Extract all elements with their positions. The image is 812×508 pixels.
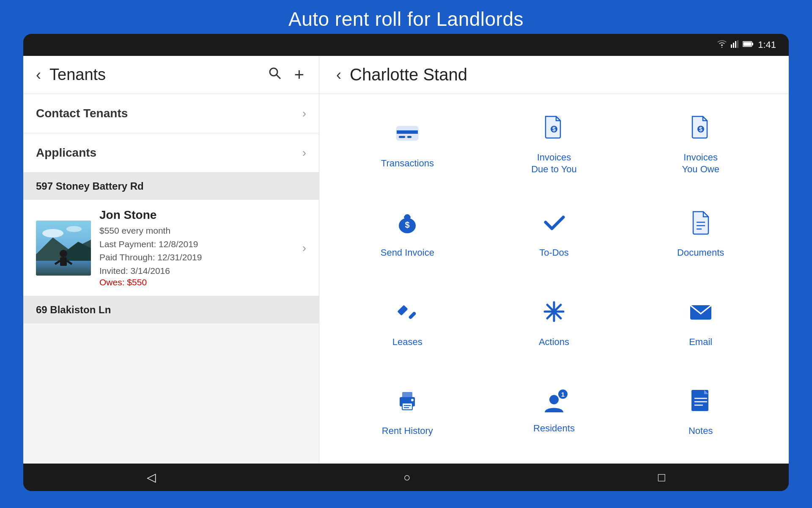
svg-rect-1 [733, 43, 734, 48]
svg-point-15 [60, 250, 67, 257]
svg-rect-35 [408, 311, 417, 320]
svg-rect-42 [402, 392, 412, 398]
tenant-paid-through-1: Paid Through: 12/31/2019 [99, 251, 294, 264]
battery-icon [743, 41, 754, 50]
wifi-icon [717, 40, 727, 50]
svg-text:$: $ [699, 126, 702, 133]
grid-item-residents[interactable]: 1 Residents [483, 370, 625, 455]
todos-label: To-Dos [539, 247, 569, 259]
top-bar: Auto rent roll for Landlords [0, 0, 812, 38]
svg-point-47 [549, 395, 559, 404]
svg-rect-0 [731, 44, 732, 48]
tenant-row-1[interactable]: Jon Stone $550 every month Last Payment:… [23, 200, 319, 296]
home-nav-button[interactable]: ○ [391, 467, 423, 489]
contact-tenants-item[interactable]: Contact Tenants › [23, 94, 319, 133]
svg-rect-5 [752, 43, 753, 45]
transactions-label: Transactions [381, 157, 434, 170]
svg-rect-16 [60, 257, 67, 266]
grid-item-email[interactable]: Email [629, 281, 772, 366]
right-panel-title: Charlotte Stand [350, 65, 467, 84]
address-row-1: 597 Stoney Battery Rd [23, 173, 319, 200]
svg-point-10 [42, 229, 63, 237]
documents-label: Documents [677, 247, 724, 259]
left-panel: ‹ Tenants + Contact Tenants › Applicants… [23, 56, 319, 464]
tenant-last-payment-1: Last Payment: 12/8/2019 [99, 237, 294, 251]
back-button[interactable]: ‹ [36, 66, 41, 84]
grid-item-rent-history[interactable]: Rent History [336, 370, 479, 455]
right-panel: ‹ Charlotte Stand Transactions [319, 56, 789, 464]
add-button[interactable]: + [292, 63, 306, 86]
svg-rect-6 [743, 42, 752, 46]
email-icon [688, 299, 713, 331]
left-panel-title: Tenants [49, 66, 258, 84]
time-display: 1:41 [758, 39, 776, 50]
rent-history-label: Rent History [382, 425, 433, 437]
device-frame: 1:41 ‹ Tenants + Contact Tenants › [23, 34, 789, 491]
transactions-icon [395, 120, 420, 152]
svg-rect-34 [398, 305, 408, 315]
documents-icon [688, 210, 713, 242]
leases-label: Leases [392, 336, 422, 348]
leases-icon [395, 299, 420, 331]
residents-badge: 1 [557, 389, 568, 400]
tenant-avatar-1 [36, 221, 91, 276]
svg-rect-2 [735, 41, 736, 48]
invoices-owe-icon: $ [688, 114, 713, 146]
email-label: Email [689, 336, 712, 348]
send-invoice-label: Send Invoice [381, 247, 434, 259]
tenant-rent-1: $550 every month [99, 224, 294, 237]
grid-item-actions[interactable]: Actions [483, 281, 625, 366]
svg-point-29 [404, 215, 411, 219]
invoices-due-icon: $ [541, 114, 567, 146]
app-area: ‹ Tenants + Contact Tenants › Applicants… [23, 56, 789, 464]
contact-tenants-label: Contact Tenants [36, 107, 128, 120]
app-title: Auto rent roll for Landlords [288, 8, 524, 30]
svg-rect-3 [737, 40, 738, 48]
grid-item-leases[interactable]: Leases [336, 281, 479, 366]
send-invoice-icon: $ [395, 210, 420, 242]
signal-icon [731, 40, 738, 50]
tenant-invited-1: Invited: 3/14/2016 [99, 264, 294, 278]
invoices-owe-label: InvoicesYou Owe [682, 152, 719, 176]
bottom-nav: ◁ ○ □ [23, 464, 789, 491]
residents-label: Residents [533, 422, 575, 435]
svg-point-7 [270, 68, 277, 76]
grid-item-documents[interactable]: Documents [629, 192, 772, 277]
grid-item-send-invoice[interactable]: $ Send Invoice [336, 192, 479, 277]
svg-text:$: $ [552, 126, 556, 133]
svg-rect-21 [399, 136, 405, 138]
svg-rect-22 [407, 136, 411, 138]
applicants-arrow: › [302, 146, 306, 160]
tenant-chevron-1: › [302, 241, 306, 255]
grid-item-invoices-due[interactable]: $ InvoicesDue to You [483, 102, 625, 188]
todos-icon [541, 210, 567, 242]
applicants-item[interactable]: Applicants › [23, 133, 319, 173]
tenant-info-1: Jon Stone $550 every month Last Payment:… [99, 208, 294, 287]
rent-history-icon [395, 388, 420, 420]
right-back-button[interactable]: ‹ [336, 66, 341, 84]
notes-icon [688, 388, 713, 420]
actions-icon [541, 299, 567, 331]
tenant-name-1: Jon Stone [99, 208, 294, 222]
actions-label: Actions [539, 336, 569, 348]
search-button[interactable] [266, 64, 284, 86]
grid-item-transactions[interactable]: Transactions [336, 102, 479, 188]
svg-rect-43 [402, 403, 412, 410]
svg-point-11 [66, 226, 82, 232]
grid-item-todos[interactable]: To-Dos [483, 192, 625, 277]
recent-nav-button[interactable]: □ [645, 467, 678, 489]
tenant-owes-1: Owes: $550 [99, 277, 294, 287]
grid-area: Transactions $ InvoicesDue to You [319, 94, 789, 464]
address-2-label: 69 Blakiston Ln [36, 304, 111, 315]
svg-line-8 [276, 75, 280, 79]
svg-rect-20 [397, 130, 418, 134]
status-bar: 1:41 [23, 34, 789, 56]
grid-item-notes[interactable]: Notes [629, 370, 772, 455]
back-nav-button[interactable]: ◁ [134, 466, 169, 489]
grid-item-invoices-owe[interactable]: $ InvoicesYou Owe [629, 102, 772, 188]
svg-text:$: $ [405, 220, 410, 229]
contact-tenants-arrow: › [302, 107, 306, 120]
notes-label: Notes [689, 425, 713, 437]
applicants-label: Applicants [36, 146, 96, 160]
residents-icon: 1 [541, 390, 567, 417]
